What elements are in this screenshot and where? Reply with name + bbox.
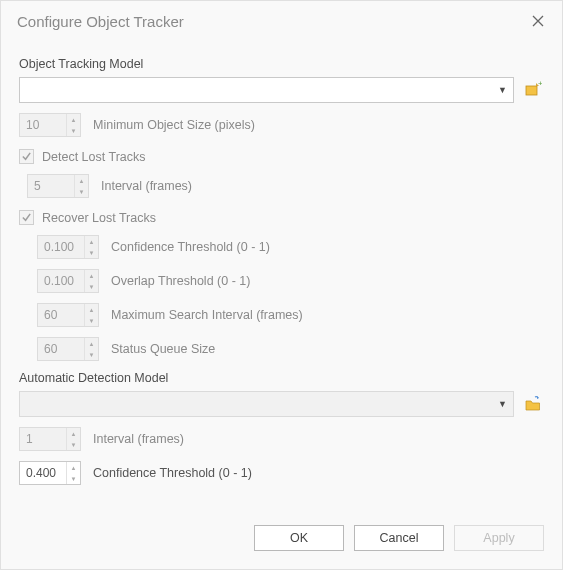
checkmark-icon — [21, 151, 32, 162]
det-interval-label: Interval (frames) — [93, 432, 184, 446]
max-search-interval-input[interactable]: 60 ▲▼ — [37, 303, 99, 327]
tracking-model-side-button[interactable]: + — [522, 79, 544, 101]
detect-interval-label: Interval (frames) — [101, 179, 192, 193]
detect-lost-checkbox[interactable] — [19, 149, 34, 164]
dropdown-icon: ▼ — [498, 85, 507, 95]
cancel-button[interactable]: Cancel — [354, 525, 444, 551]
detection-model-label: Automatic Detection Model — [19, 371, 544, 385]
min-object-size-label: Minimum Object Size (pixels) — [93, 118, 255, 132]
detection-model-side-button[interactable] — [522, 393, 544, 415]
conf-threshold-input[interactable]: 0.100 ▲▼ — [37, 235, 99, 259]
overlap-threshold-input[interactable]: 0.100 ▲▼ — [37, 269, 99, 293]
model-picker-icon: + — [524, 81, 542, 99]
svg-rect-0 — [526, 86, 537, 95]
detection-model-combo[interactable]: ▼ — [19, 391, 514, 417]
close-button[interactable] — [524, 9, 552, 33]
conf-threshold-label: Confidence Threshold (0 - 1) — [111, 240, 270, 254]
checkmark-icon — [21, 212, 32, 223]
close-icon — [532, 15, 544, 27]
recover-lost-checkbox[interactable] — [19, 210, 34, 225]
ok-button[interactable]: OK — [254, 525, 344, 551]
window-title: Configure Object Tracker — [17, 13, 524, 30]
tracking-model-label: Object Tracking Model — [19, 57, 544, 71]
detect-lost-label: Detect Lost Tracks — [42, 150, 146, 164]
titlebar: Configure Object Tracker — [1, 1, 562, 39]
detect-interval-input[interactable]: 5 ▲▼ — [27, 174, 89, 198]
overlap-threshold-label: Overlap Threshold (0 - 1) — [111, 274, 250, 288]
tracking-model-combo[interactable]: ▼ — [19, 77, 514, 103]
dialog-footer: OK Cancel Apply — [1, 515, 562, 569]
det-conf-threshold-label: Confidence Threshold (0 - 1) — [93, 466, 252, 480]
max-search-interval-label: Maximum Search Interval (frames) — [111, 308, 303, 322]
det-conf-threshold-input[interactable]: 0.400 ▲▼ — [19, 461, 81, 485]
dropdown-icon: ▼ — [498, 399, 507, 409]
folder-open-icon — [524, 395, 542, 413]
min-object-size-input[interactable]: 10 ▲▼ — [19, 113, 81, 137]
status-queue-size-label: Status Queue Size — [111, 342, 215, 356]
dialog-window: Configure Object Tracker Object Tracking… — [0, 0, 563, 570]
dialog-content: Object Tracking Model ▼ + 10 ▲▼ Minimum … — [1, 39, 562, 515]
svg-text:+: + — [538, 81, 542, 88]
det-interval-input[interactable]: 1 ▲▼ — [19, 427, 81, 451]
status-queue-size-input[interactable]: 60 ▲▼ — [37, 337, 99, 361]
apply-button[interactable]: Apply — [454, 525, 544, 551]
recover-lost-label: Recover Lost Tracks — [42, 211, 156, 225]
